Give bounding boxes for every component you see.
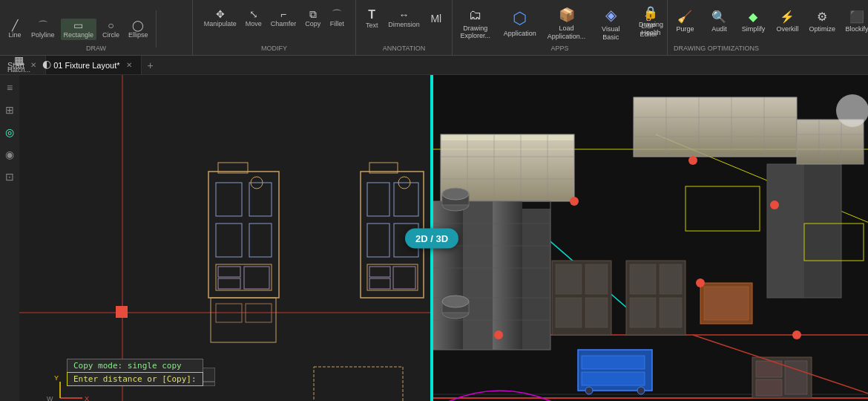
- fillet-icon: ⌒: [332, 9, 342, 19]
- svg-rect-65: [585, 264, 608, 294]
- sidebar-blocks-icon[interactable]: ⊡: [1, 169, 18, 185]
- panel-divider[interactable]: 2D / 3D: [430, 75, 433, 401]
- draw-label: DRAW: [86, 45, 106, 52]
- simplify-button[interactable]: ◆ Simplify: [737, 7, 769, 35]
- command-prompt-text: Copy mode: single copy Enter distance or…: [67, 359, 203, 386]
- cursor-indicator: [116, 306, 128, 318]
- annotation-section: T Text ↔ Dimension Ml ANNOTATION: [356, 0, 453, 55]
- dimension-tool[interactable]: ↔ Dimension: [385, 8, 423, 30]
- left-sidebar: ≡ ⊞ ◎ ◉ ⊡: [0, 75, 19, 401]
- optimizations-row: 🔒 DrawingHealth 🧹 Purge 🔍 Audit ◆ Simpli…: [634, 0, 868, 39]
- fillet-tool[interactable]: ⌒ Fillet: [326, 7, 347, 29]
- modify-label: MODIFY: [261, 45, 287, 52]
- svg-text:X: X: [85, 395, 89, 401]
- drawing-optimizations-section: 🔒 DrawingHealth 🧹 Purge 🔍 Audit ◆ Simpli…: [668, 0, 868, 55]
- rectangle-tool[interactable]: ▭ Rectangle: [61, 19, 97, 40]
- hatch-tool[interactable]: ▦ Hatch...: [4, 53, 33, 75]
- audit-button[interactable]: 🔍 Audit: [703, 7, 735, 35]
- svg-rect-94: [756, 379, 782, 396]
- overkill-icon: ⚡: [780, 10, 795, 24]
- red-node-1: [570, 197, 579, 206]
- copy-icon: ⧉: [309, 9, 317, 19]
- gradient-icon: ◐: [42, 59, 51, 69]
- rectangle-icon: ▭: [73, 20, 83, 30]
- svg-point-91: [836, 94, 868, 127]
- svg-rect-69: [630, 298, 656, 327]
- svg-point-81: [442, 188, 469, 200]
- chamfer-tool[interactable]: ⌐ Chamfer: [268, 7, 300, 29]
- drawing-explorer-button[interactable]: 🗂 DrawingExplorer...: [454, 4, 497, 44]
- blockify-button[interactable]: ⬛ Blockify: [841, 7, 868, 35]
- svg-point-84: [442, 296, 469, 307]
- hatch-icon: ▦: [14, 55, 24, 65]
- visual-basic-button[interactable]: ◈ VisualBasic: [591, 3, 630, 45]
- apps-row: 🗂 DrawingExplorer... ⬡ Application 📦 Loa…: [454, 0, 666, 45]
- line-tool[interactable]: ╱ Line: [4, 19, 25, 40]
- barrel-1: [442, 188, 469, 211]
- red-node-6: [696, 278, 705, 287]
- modify-section: ✥ Manipulate ⤡ Move ⌐ Chamfer ⧉ Copy ⌒ F…: [193, 0, 356, 55]
- simplify-icon: ◆: [749, 10, 757, 24]
- red-node-3: [770, 200, 779, 209]
- sidebar-view-icon[interactable]: ◎: [1, 124, 18, 140]
- svg-rect-75: [582, 356, 645, 369]
- apps-label: APPS: [550, 45, 568, 52]
- drawing-optimizations-label: DRAWING OPTIMIZATIONS: [668, 45, 759, 52]
- svg-rect-63: [556, 264, 582, 294]
- load-application-button[interactable]: 📦 LoadApplication...: [543, 4, 591, 44]
- drawing-canvas-3d[interactable]: [433, 75, 868, 401]
- svg-point-78: [637, 387, 645, 394]
- circle-tool[interactable]: ○ Circle: [99, 19, 122, 40]
- svg-rect-52: [522, 209, 550, 350]
- optimize-button[interactable]: ⚙ Optimize: [805, 7, 839, 35]
- dimension-icon: ↔: [399, 10, 410, 20]
- manipulate-tool[interactable]: ✥ Manipulate: [201, 7, 240, 29]
- svg-rect-59: [767, 164, 804, 298]
- draw-tools: ╱ Line ⌒ Polyline ▭ Rectangle ○ Circle ◯…: [4, 3, 186, 75]
- circle-icon: ○: [108, 20, 114, 30]
- panel-2d: ≡ ⊞ ◎ ◉ ⊡: [0, 75, 430, 401]
- ellipse-tool[interactable]: ◯ Ellipse: [125, 19, 151, 40]
- svg-point-77: [585, 387, 593, 394]
- polyline-tool[interactable]: ⌒ Polyline: [28, 19, 58, 40]
- overkill-button[interactable]: ⚡ Overkill: [771, 7, 803, 35]
- multileader-icon: Ml: [430, 13, 441, 24]
- toggle-2d-3d-button[interactable]: 2D / 3D: [405, 228, 458, 248]
- manipulate-icon: ✥: [216, 9, 225, 19]
- svg-rect-68: [630, 264, 656, 294]
- svg-rect-33: [441, 134, 574, 140]
- purge-button[interactable]: 🧹 Purge: [668, 7, 701, 35]
- sidebar-layers-icon[interactable]: ≡: [1, 79, 18, 96]
- chamfer-icon: ⌐: [280, 9, 286, 19]
- modify-tools: ✥ Manipulate ⤡ Move ⌐ Chamfer ⧉ Copy ⌒ F…: [201, 3, 348, 29]
- move-tool[interactable]: ⤡ Move: [243, 7, 265, 29]
- sidebar-light-icon[interactable]: ◉: [1, 146, 18, 163]
- main-content: ≡ ⊞ ◎ ◉ ⊡: [0, 75, 868, 401]
- barrel-2: [442, 296, 469, 319]
- wall-panels: [433, 201, 550, 350]
- copy-tool[interactable]: ⧉ Copy: [302, 7, 323, 29]
- optimize-icon: ⚙: [817, 10, 827, 24]
- drawing-canvas-2d[interactable]: X Y W: [19, 75, 430, 401]
- annotation-label: ANNOTATION: [383, 45, 426, 52]
- svg-text:W: W: [47, 395, 53, 401]
- drawing-health-button[interactable]: 🔒 DrawingHealth: [634, 3, 667, 39]
- multileader-tool[interactable]: Ml: [426, 12, 447, 26]
- gradient-tool[interactable]: ◐: [36, 57, 57, 71]
- drawing-health-icon: 🔒: [643, 5, 658, 19]
- ellipse-icon: ◯: [132, 20, 144, 30]
- annotation-tools: T Text ↔ Dimension Ml: [361, 3, 447, 30]
- application-icon: ⬡: [513, 9, 527, 28]
- svg-rect-95: [785, 361, 807, 394]
- orange-accent-boxes: [700, 283, 752, 324]
- text-tool[interactable]: T Text: [361, 7, 382, 30]
- application-button[interactable]: ⬡ Application: [499, 6, 542, 41]
- red-node-5: [494, 330, 503, 339]
- svg-rect-71: [660, 298, 682, 327]
- shelf-unit-2: [634, 97, 797, 157]
- svg-rect-41: [634, 97, 797, 157]
- line-icon: ╱: [12, 20, 18, 30]
- sidebar-properties-icon[interactable]: ⊞: [1, 102, 18, 118]
- visual-basic-icon: ◈: [605, 6, 617, 24]
- toolbar-divider-1: [156, 10, 157, 48]
